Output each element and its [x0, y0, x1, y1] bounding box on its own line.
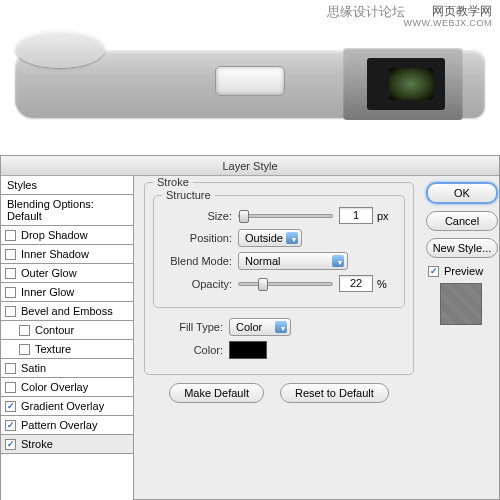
sidebar-item-label: Inner Glow: [21, 286, 74, 298]
opacity-row: Opacity: 22 %: [162, 275, 396, 292]
blendmode-select[interactable]: Normal: [238, 252, 348, 270]
size-slider-thumb[interactable]: [239, 210, 249, 223]
styles-sidebar: Styles Blending Options: Default Drop Sh…: [1, 176, 134, 500]
sidebar-item-label: Satin: [21, 362, 46, 374]
reset-default-button[interactable]: Reset to Default: [280, 383, 389, 403]
watermark-cn-text: 思缘设计论坛: [327, 3, 405, 21]
sidebar-item-bevel-and-emboss[interactable]: Bevel and Emboss: [1, 302, 133, 321]
stroke-fieldset: Stroke Structure Size: 1 px Position: Ou…: [144, 182, 414, 375]
preview-checkbox[interactable]: ✓: [428, 266, 439, 277]
preview-label: Preview: [444, 265, 483, 277]
sidebar-item-color-overlay[interactable]: Color Overlay: [1, 378, 133, 397]
sidebar-item-drop-shadow[interactable]: Drop Shadow: [1, 226, 133, 245]
camera-flash: [215, 66, 285, 96]
checkbox-drop-shadow[interactable]: [5, 230, 16, 241]
size-input[interactable]: 1: [339, 207, 373, 224]
preview-row[interactable]: ✓ Preview: [428, 265, 493, 277]
size-row: Size: 1 px: [162, 207, 396, 224]
blending-options-row[interactable]: Blending Options: Default: [1, 195, 133, 226]
opacity-unit: %: [377, 278, 387, 290]
sidebar-item-label: Stroke: [21, 438, 53, 450]
sidebar-item-label: Inner Shadow: [21, 248, 89, 260]
sidebar-item-label: Pattern Overlay: [21, 419, 97, 431]
cancel-button[interactable]: Cancel: [426, 211, 498, 231]
sidebar-item-stroke[interactable]: ✓Stroke: [1, 435, 133, 454]
sidebar-item-label: Bevel and Emboss: [21, 305, 113, 317]
size-label: Size:: [162, 210, 232, 222]
blendmode-row: Blend Mode: Normal: [162, 252, 396, 270]
sidebar-item-label: Outer Glow: [21, 267, 77, 279]
sidebar-item-label: Drop Shadow: [21, 229, 88, 241]
checkbox-inner-shadow[interactable]: [5, 249, 16, 260]
preview-swatch: [440, 283, 482, 325]
opacity-slider[interactable]: [238, 282, 333, 286]
sidebar-item-inner-shadow[interactable]: Inner Shadow: [1, 245, 133, 264]
position-row: Position: Outside: [162, 229, 396, 247]
checkbox-contour[interactable]: [19, 325, 30, 336]
color-label: Color:: [153, 344, 223, 356]
right-column: OK Cancel New Style... ✓ Preview: [422, 176, 499, 500]
sidebar-item-pattern-overlay[interactable]: ✓Pattern Overlay: [1, 416, 133, 435]
opacity-input[interactable]: 22: [339, 275, 373, 292]
filltype-row: Fill Type: Color: [153, 318, 405, 336]
checkbox-gradient-overlay[interactable]: ✓: [5, 401, 16, 412]
sidebar-item-inner-glow[interactable]: Inner Glow: [1, 283, 133, 302]
color-swatch[interactable]: [229, 341, 267, 359]
layer-style-dialog: Layer Style Styles Blending Options: Def…: [0, 155, 500, 500]
sidebar-item-contour[interactable]: Contour: [1, 321, 133, 340]
top-image-area: 思缘设计论坛 网页教学网 WWW.WEBJX.COM: [0, 0, 500, 140]
size-unit: px: [377, 210, 389, 222]
sidebar-item-label: Color Overlay: [21, 381, 88, 393]
sidebar-item-texture[interactable]: Texture: [1, 340, 133, 359]
opacity-slider-thumb[interactable]: [258, 278, 268, 291]
opacity-label: Opacity:: [162, 278, 232, 290]
sidebar-item-label: Texture: [35, 343, 71, 355]
structure-fieldset: Structure Size: 1 px Position: Outside B…: [153, 195, 405, 308]
checkbox-color-overlay[interactable]: [5, 382, 16, 393]
position-select[interactable]: Outside: [238, 229, 302, 247]
dialog-title: Layer Style: [1, 156, 499, 176]
filltype-select[interactable]: Color: [229, 318, 291, 336]
sidebar-item-label: Gradient Overlay: [21, 400, 104, 412]
checkbox-bevel-and-emboss[interactable]: [5, 306, 16, 317]
checkbox-outer-glow[interactable]: [5, 268, 16, 279]
new-style-button[interactable]: New Style...: [426, 238, 498, 258]
checkbox-pattern-overlay[interactable]: ✓: [5, 420, 16, 431]
make-default-button[interactable]: Make Default: [169, 383, 264, 403]
camera-dial: [15, 30, 105, 68]
sidebar-item-satin[interactable]: Satin: [1, 359, 133, 378]
sidebar-item-label: Contour: [35, 324, 74, 336]
sidebar-item-gradient-overlay[interactable]: ✓Gradient Overlay: [1, 397, 133, 416]
checkbox-texture[interactable]: [19, 344, 30, 355]
viewfinder-lens: [389, 68, 433, 100]
size-slider[interactable]: [238, 214, 333, 218]
ok-button[interactable]: OK: [426, 182, 498, 204]
structure-legend: Structure: [162, 189, 215, 201]
sidebar-header[interactable]: Styles: [1, 176, 133, 195]
color-row: Color:: [153, 341, 405, 359]
blendmode-label: Blend Mode:: [162, 255, 232, 267]
filltype-label: Fill Type:: [153, 321, 223, 333]
stroke-panel: Stroke Structure Size: 1 px Position: Ou…: [134, 176, 424, 500]
stroke-legend: Stroke: [153, 176, 193, 188]
checkbox-stroke[interactable]: ✓: [5, 439, 16, 450]
position-label: Position:: [162, 232, 232, 244]
camera-illustration: [15, 30, 485, 118]
panel-buttons: Make Default Reset to Default: [144, 383, 414, 403]
sidebar-item-outer-glow[interactable]: Outer Glow: [1, 264, 133, 283]
checkbox-satin[interactable]: [5, 363, 16, 374]
checkbox-inner-glow[interactable]: [5, 287, 16, 298]
watermark-url-host: WWW.WEBJX.COM: [404, 18, 493, 28]
